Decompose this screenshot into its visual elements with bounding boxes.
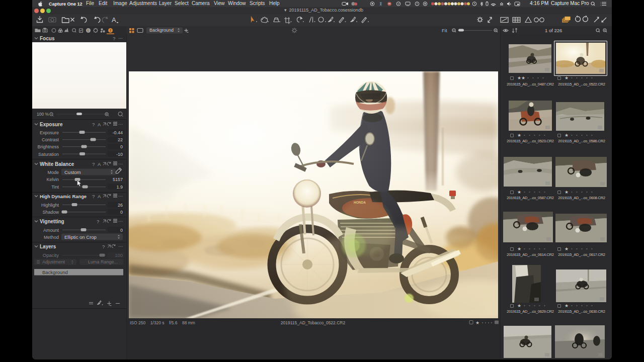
svg-text:⋯: ⋯ (118, 243, 123, 249)
svg-text:A: A (98, 194, 101, 199)
svg-text:⋯: ⋯ (118, 121, 123, 127)
svg-text:⋯: ⋯ (118, 193, 123, 199)
svg-text:Background: Background (42, 269, 68, 275)
svg-text:Luma Range...: Luma Range... (88, 259, 118, 264)
svg-text:Focus: Focus (40, 36, 55, 41)
svg-text:!: ! (110, 28, 111, 33)
svg-text:5157: 5157 (113, 177, 123, 182)
svg-text:Opacity: Opacity (43, 252, 59, 258)
svg-text:White Balance: White Balance (40, 161, 74, 167)
svg-text:Amount: Amount (43, 228, 59, 233)
svg-text:Brightness: Brightness (37, 144, 59, 149)
svg-text:High Dynamic Range: High Dynamic Range (40, 194, 87, 199)
svg-text:Custom: Custom (64, 169, 81, 175)
svg-text:Kelvin: Kelvin (46, 177, 59, 182)
svg-text:1.9: 1.9 (116, 185, 123, 190)
svg-text:★: ★ (475, 320, 479, 325)
svg-text:?: ? (92, 122, 95, 127)
svg-text:⋯: ⋯ (118, 36, 123, 41)
svg-text:?: ? (92, 161, 95, 167)
svg-text:⋯: ⋯ (118, 161, 123, 166)
svg-text:22: 22 (118, 137, 123, 142)
svg-text:Fit: Fit (442, 28, 447, 33)
svg-text:100 %: 100 % (37, 112, 49, 117)
svg-text:Exposure: Exposure (40, 122, 63, 127)
svg-text:?: ? (92, 194, 95, 199)
svg-text:?: ? (97, 219, 99, 224)
svg-text:0: 0 (120, 228, 123, 233)
svg-text:Background: Background (149, 28, 174, 33)
svg-text:Saturation: Saturation (38, 152, 59, 157)
svg-text:i: i (88, 29, 88, 32)
svg-text:Highlight: Highlight (41, 203, 59, 208)
svg-text:Tint: Tint (51, 185, 59, 190)
svg-text:Contrast: Contrast (42, 137, 59, 142)
svg-text:-0.44: -0.44 (112, 130, 123, 135)
svg-text:0: 0 (120, 210, 123, 215)
svg-text:0: 0 (120, 144, 123, 149)
svg-text:Mode: Mode (47, 170, 59, 175)
svg-text:26: 26 (118, 203, 123, 208)
svg-text:100: 100 (115, 252, 123, 258)
svg-text:Elliptic on Crop: Elliptic on Crop (64, 234, 97, 240)
svg-text:Shadow: Shadow (42, 210, 59, 215)
svg-text:Exposure: Exposure (40, 130, 59, 135)
svg-text:Vignetting: Vignetting (40, 219, 64, 224)
svg-text:A: A (98, 161, 101, 167)
svg-text:-10: -10 (116, 152, 123, 157)
svg-text:A: A (98, 122, 101, 127)
svg-text:Method: Method (44, 235, 59, 240)
svg-text:1 of 226: 1 of 226 (545, 28, 562, 33)
svg-text:?: ? (102, 244, 105, 249)
svg-text:Layers: Layers (40, 244, 56, 249)
svg-text:⋯: ⋯ (118, 218, 123, 224)
svg-text:A: A (112, 16, 116, 24)
svg-text:?: ? (113, 36, 115, 41)
svg-text:Adjustment: Adjustment (42, 259, 65, 264)
